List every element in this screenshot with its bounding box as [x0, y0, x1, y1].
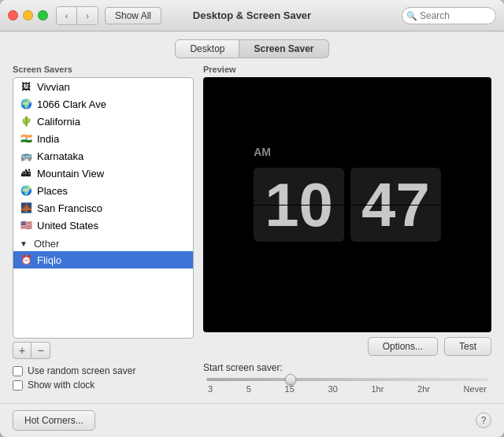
preview-buttons: Options... Test	[203, 337, 491, 356]
preview-box: AM 10 47	[203, 77, 491, 332]
list-item[interactable]: 🖼 Vivvian	[13, 78, 193, 95]
sf-icon: 🌉	[20, 202, 32, 214]
list-item[interactable]: 🇺🇸 United States	[13, 217, 193, 234]
category-label: Other	[34, 238, 60, 250]
tick-15: 15	[285, 384, 295, 394]
traffic-lights	[8, 10, 48, 20]
list-item[interactable]: 🇮🇳 India	[13, 130, 193, 147]
clock-checkbox[interactable]	[13, 380, 23, 391]
remove-button[interactable]: −	[32, 342, 50, 359]
start-saver-label: Start screen saver:	[203, 362, 491, 373]
help-button[interactable]: ?	[476, 413, 491, 428]
list-item-label: California	[37, 116, 80, 128]
screen-savers-label: Screen Savers	[13, 65, 194, 74]
window: ‹ › Show All Desktop & Screen Saver 🔍 De…	[0, 0, 504, 437]
hot-corners-button[interactable]: Hot Corners...	[13, 410, 95, 431]
list-controls: + −	[13, 342, 194, 359]
search-icon: 🔍	[406, 10, 417, 20]
us-icon: 🇺🇸	[20, 219, 32, 231]
list-item-fliqlo[interactable]: ⏰ Fliqlo	[13, 251, 193, 268]
clock-display: AM 10 47	[254, 168, 441, 242]
list-item[interactable]: 🏙 Mountain View	[13, 165, 193, 182]
list-item-label: India	[37, 133, 59, 145]
places-icon: 🌍	[20, 184, 32, 197]
close-button[interactable]	[8, 10, 18, 20]
clock-hours: 10	[254, 168, 344, 242]
left-panel: Screen Savers 🖼 Vivvian 🌍 1066 Clark Ave…	[13, 65, 194, 394]
list-item-label: Places	[37, 185, 68, 197]
search-box: 🔍	[402, 7, 496, 24]
list-item-california[interactable]: 🌵 California	[13, 113, 193, 130]
main-content: Screen Savers 🖼 Vivvian 🌍 1066 Clark Ave…	[0, 65, 504, 403]
window-title: Desktop & Screen Saver	[193, 9, 311, 21]
tick-2hr: 2hr	[417, 384, 430, 394]
tick-30: 30	[328, 384, 338, 394]
vivvian-icon: 🖼	[20, 80, 32, 93]
saver-controls: Start screen saver: 3 5 15 30 1hr 2hr Ne…	[203, 362, 491, 394]
minimize-button[interactable]	[23, 10, 33, 20]
other-category: ▼ Other	[13, 234, 193, 251]
slider-labels: 3 5 15 30 1hr 2hr Never	[206, 384, 488, 394]
list-item-label: 1066 Clark Ave	[37, 98, 106, 110]
clock-am: AM	[254, 146, 271, 158]
fliqlo-icon: ⏰	[20, 254, 32, 266]
tick-5: 5	[246, 384, 251, 394]
clock-label[interactable]: Show with clock	[28, 380, 94, 391]
karnataka-icon: 🚌	[20, 150, 32, 162]
nav-buttons: ‹ ›	[56, 6, 98, 25]
tick-1hr: 1hr	[371, 384, 384, 394]
random-checkbox-row: Use random screen saver	[13, 365, 194, 376]
clock-checkbox-row: Show with clock	[13, 380, 194, 391]
list-item-label: Karnataka	[37, 150, 83, 162]
list-item-label: San Francisco	[37, 202, 102, 214]
forward-button[interactable]: ›	[77, 7, 98, 24]
preview-label: Preview	[203, 65, 491, 74]
slider-container: 3 5 15 30 1hr 2hr Never	[203, 378, 491, 394]
list-item-label: United States	[37, 220, 98, 231]
list-item-label: Fliqlo	[37, 254, 61, 266]
tab-desktop[interactable]: Desktop	[175, 39, 239, 58]
list-item[interactable]: 🌉 San Francisco	[13, 199, 193, 217]
list-item[interactable]: 🌍 1066 Clark Ave	[13, 95, 193, 113]
tabs-row: Desktop Screen Saver	[0, 31, 504, 65]
clark-icon: 🌍	[20, 98, 32, 110]
slider-track	[206, 378, 488, 381]
random-checkbox[interactable]	[13, 366, 23, 376]
clock-hours-panel: 10	[254, 168, 344, 242]
california-icon: 🌵	[20, 115, 32, 128]
list-item[interactable]: 🌍 Places	[13, 182, 193, 199]
checkboxes: Use random screen saver Show with clock	[13, 365, 194, 394]
random-label[interactable]: Use random screen saver	[28, 365, 135, 376]
test-button[interactable]: Test	[444, 337, 491, 356]
screen-saver-list: 🖼 Vivvian 🌍 1066 Clark Ave 🌵 California …	[13, 77, 194, 339]
tick-never: Never	[464, 384, 487, 394]
list-item-label: Vivvian	[37, 81, 70, 93]
tick-3: 3	[208, 384, 213, 394]
bottom-bar: Hot Corners... ?	[0, 403, 504, 437]
list-item-label: Mountain View	[37, 168, 104, 180]
back-button[interactable]: ‹	[57, 7, 77, 24]
list-item[interactable]: 🚌 Karnataka	[13, 147, 193, 165]
tab-screen-saver[interactable]: Screen Saver	[239, 39, 328, 58]
maximize-button[interactable]	[38, 10, 48, 20]
slider-thumb[interactable]	[285, 374, 296, 385]
titlebar: ‹ › Show All Desktop & Screen Saver 🔍	[0, 0, 504, 31]
options-button[interactable]: Options...	[368, 337, 438, 356]
right-panel: Preview AM 10 47 Options... Test Start s…	[203, 65, 491, 394]
show-all-button[interactable]: Show All	[105, 7, 161, 24]
add-button[interactable]: +	[13, 342, 32, 359]
clock-minutes-panel: 47	[350, 168, 441, 242]
clock-minutes: 47	[350, 168, 441, 242]
india-icon: 🇮🇳	[20, 132, 32, 145]
triangle-icon: ▼	[20, 239, 28, 248]
mountain-view-icon: 🏙	[20, 167, 32, 180]
